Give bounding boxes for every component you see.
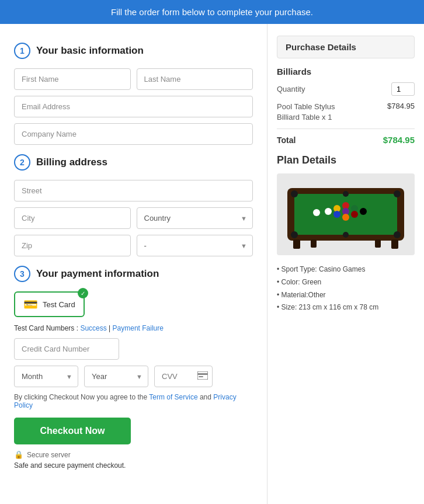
credit-card-input[interactable]	[14, 338, 119, 360]
cvv-field	[154, 366, 213, 387]
product-specs: Sport Type: Casino Games Color: Green Ma…	[277, 263, 415, 314]
street-row	[14, 180, 253, 201]
section2-header: 2 Billing address	[14, 154, 253, 171]
credit-card-field	[14, 338, 253, 360]
spec-size: Size: 213 cm x 116 cm x 78 cm	[277, 301, 415, 314]
month-field: Month 010203 040506 070809 101112 ▼	[14, 366, 78, 387]
svg-rect-23	[311, 239, 317, 248]
terms-link[interactable]: Term of Service	[149, 393, 197, 401]
product-image	[277, 173, 415, 255]
plan-details-title: Plan Details	[277, 154, 415, 166]
city-input[interactable]	[14, 207, 131, 229]
street-input[interactable]	[14, 180, 253, 201]
spec-sport: Sport Type: Casino Games	[277, 263, 415, 276]
banner-text: Fill the order form below to complete yo…	[111, 7, 313, 17]
right-panel: Purchase Details Billiards Quantity Pool…	[267, 24, 424, 504]
purchase-details-header: Purchase Details	[277, 36, 415, 58]
svg-point-10	[343, 232, 349, 238]
spec-color: Color: Green	[277, 276, 415, 289]
year-select[interactable]: Year 202420252026 202720282029	[84, 366, 148, 387]
section2-title: Billing address	[36, 157, 107, 168]
purchase-details-title: Purchase Details	[286, 42, 406, 52]
section1-title: Your basic information	[36, 45, 144, 57]
lock-icon: 🔒	[14, 450, 23, 459]
company-row	[14, 123, 253, 145]
svg-point-20	[313, 209, 320, 216]
secure-label: Secure server	[27, 451, 71, 459]
terms-text: By clicking Checkout Now you agree to th…	[14, 393, 253, 409]
email-row	[14, 96, 253, 117]
section3-number: 3	[14, 266, 30, 282]
email-input[interactable]	[14, 96, 253, 117]
company-input[interactable]	[14, 123, 253, 145]
state-select[interactable]: -	[137, 235, 253, 256]
month-select[interactable]: Month 010203 040506 070809 101112	[14, 366, 78, 387]
month-year-cvv-row: Month 010203 040506 070809 101112 ▼ Year…	[14, 366, 253, 387]
svg-point-16	[342, 214, 349, 221]
cvv-card-icon	[197, 371, 208, 382]
top-banner: Fill the order form below to complete yo…	[0, 0, 424, 24]
first-name-field	[14, 68, 131, 90]
test-card-prefix: Test Card Numbers :	[14, 324, 80, 332]
total-label: Total	[277, 135, 296, 145]
city-field	[14, 207, 131, 229]
left-panel: 1 Your basic information	[0, 24, 267, 504]
product-price: $784.95	[387, 102, 415, 123]
card-option[interactable]: 💳 Test Card ✓	[14, 291, 85, 317]
svg-point-5	[291, 190, 298, 197]
country-select[interactable]: Country	[137, 207, 253, 229]
check-icon: ✓	[78, 288, 88, 298]
svg-rect-22	[391, 239, 398, 249]
svg-rect-1	[197, 373, 208, 375]
svg-point-8	[394, 231, 401, 238]
quantity-label: Quantity	[277, 85, 305, 93]
svg-point-13	[333, 211, 340, 218]
terms-prefix: By clicking Checkout Now you agree to th…	[14, 393, 149, 401]
section3-title: Your payment information	[36, 268, 159, 280]
svg-rect-0	[197, 371, 208, 380]
svg-point-19	[360, 208, 367, 215]
svg-point-18	[351, 211, 358, 218]
checkout-button[interactable]: Checkout Now	[14, 418, 131, 444]
year-field: Year 202420252026 202720282029 ▼	[84, 366, 148, 387]
test-card-info: Test Card Numbers : Success | Payment Fa…	[14, 324, 253, 332]
svg-rect-21	[293, 239, 300, 249]
credit-card-row	[14, 338, 253, 360]
terms-middle: and	[198, 393, 214, 401]
last-name-input[interactable]	[137, 68, 253, 90]
test-card-success-link[interactable]: Success	[80, 324, 106, 332]
test-card-failure-link[interactable]: Payment Failure	[113, 324, 164, 332]
zip-state-row: - ▼	[14, 235, 253, 256]
section3-header: 3 Your payment information	[14, 266, 253, 282]
email-field	[14, 96, 253, 117]
svg-point-9	[343, 191, 349, 197]
name-row	[14, 68, 253, 90]
credit-card-icon: 💳	[23, 297, 38, 311]
last-name-field	[137, 68, 253, 90]
section1-header: 1 Your basic information	[14, 43, 253, 59]
svg-point-11	[325, 208, 332, 215]
quantity-input[interactable]	[391, 82, 415, 96]
product-category: Billiards	[277, 67, 415, 77]
zip-input[interactable]	[14, 235, 131, 256]
svg-rect-2	[199, 376, 203, 377]
total-row: Total $784.95	[277, 135, 415, 145]
total-price: $784.95	[383, 135, 415, 145]
spec-material: Material:Other	[277, 289, 415, 302]
product-description: Pool Table Stylus Billiard Table x 1	[277, 102, 359, 123]
svg-rect-24	[375, 239, 381, 248]
street-field	[14, 180, 253, 201]
first-name-input[interactable]	[14, 68, 131, 90]
city-country-row: Country ▼	[14, 207, 253, 229]
company-field	[14, 123, 253, 145]
section2-number: 2	[14, 154, 30, 171]
zip-field	[14, 235, 131, 256]
test-card-separator: |	[107, 324, 113, 332]
svg-point-6	[394, 190, 401, 197]
card-label: Test Card	[43, 300, 75, 309]
secure-row: 🔒 Secure server	[14, 450, 253, 459]
product-row: Pool Table Stylus Billiard Table x 1 $78…	[277, 102, 415, 129]
pool-table-svg	[281, 176, 410, 252]
section1-number: 1	[14, 43, 30, 59]
country-field: Country ▼	[137, 207, 253, 229]
